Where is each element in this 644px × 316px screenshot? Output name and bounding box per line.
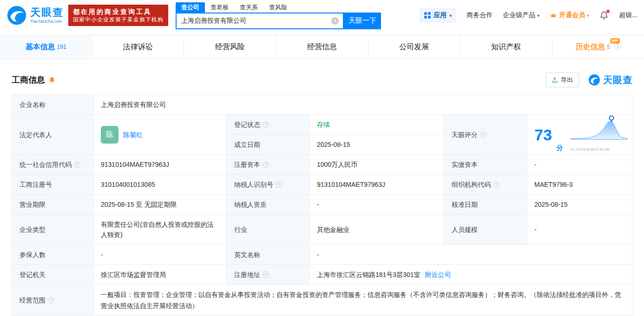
approval-date-label: 核准日期	[444, 195, 527, 215]
taxpayer-qualification-label: 纳税人资质	[227, 195, 309, 215]
logo-text: 天眼查 TianYanCha.com	[30, 7, 64, 24]
tianyancha-logo-icon	[7, 5, 27, 26]
score-curve-chart	[570, 114, 628, 141]
help-icon[interactable]: ?	[263, 271, 269, 278]
tab-count: 5	[607, 44, 611, 50]
tab-count: 191	[57, 44, 66, 50]
legal-rep-avatar[interactable]: 陈	[101, 126, 118, 144]
help-icon[interactable]: ?	[614, 44, 621, 50]
reg-status-value: 存续	[309, 115, 444, 135]
brand-watermark: 天眼查	[588, 74, 632, 86]
help-icon[interactable]: ?	[493, 181, 499, 188]
help-icon[interactable]: ?	[276, 181, 282, 188]
tab-basic-info[interactable]: 基本信息 191	[0, 35, 92, 59]
credit-code-value: 91310104MAET97963J	[93, 155, 227, 175]
user-menu[interactable]: 超级...	[619, 11, 637, 20]
tab-legal-proceedings[interactable]: 法律诉讼	[92, 35, 184, 59]
tab-company-development[interactable]: 公司发展	[368, 35, 460, 59]
paid-capital-label: 实缴资本	[444, 155, 527, 175]
reg-address-value: 上海市徐汇区云锦路181号3层301室 附近公司	[309, 265, 632, 285]
header-nav: 应用 ▾ 商务合作 企业级产品 ▾ 开通会员 ▾ 超级...	[420, 8, 637, 23]
tab-operating-info[interactable]: 经营信息	[276, 35, 368, 59]
score-label: 天眼评分 ?	[444, 115, 527, 155]
score-marker-pin	[610, 116, 614, 120]
notification-dot	[606, 10, 610, 13]
help-icon[interactable]: ?	[48, 297, 54, 303]
help-icon[interactable]: ?	[263, 121, 269, 128]
legal-rep-link[interactable]: 陈菊红	[123, 130, 143, 140]
search-tab-risk[interactable]: 查风险	[263, 2, 293, 13]
brand-name: 天眼查	[603, 74, 632, 86]
nearby-companies-link[interactable]: 附近公司	[425, 270, 451, 280]
tab-operating-risk[interactable]: 经营风险	[184, 35, 276, 59]
search-tab-boss[interactable]: 查老板	[205, 2, 234, 13]
org-code-value: MAET9796-3	[527, 175, 632, 195]
table-row: 统一社会信用代码 ? 91310104MAET97963J 注册资本 ? 100…	[12, 155, 632, 175]
tab-label: 历史信息	[576, 42, 605, 52]
nav-business-label: 商务合作	[467, 11, 493, 20]
subscribe-bell-icon[interactable]	[48, 76, 56, 84]
apps-menu[interactable]: 应用 ▾	[420, 8, 456, 23]
establish-date-value: 2025-08-15	[309, 135, 444, 155]
tab-intellectual-property[interactable]: 知识产权	[460, 35, 552, 59]
score-number: 73	[534, 127, 552, 143]
search-tabs: 查公司 查老板 查关系 查风险	[176, 2, 381, 13]
reg-capital-label: 注册资本 ?	[227, 155, 309, 175]
tab-label: 知识产权	[491, 42, 521, 52]
help-icon[interactable]: ?	[74, 161, 80, 168]
reg-status-label: 登记状态 ?	[227, 115, 309, 135]
top-header: 天眼查 TianYanCha.com 都在用的商业查询工具 国家中小企业发展子基…	[0, 0, 644, 31]
section-header-right: 导出 天眼查	[545, 72, 632, 87]
export-button[interactable]: 导出	[545, 72, 579, 87]
table-row: 企业类型 有限责任公司(非自然人投资或控股的法人独资) 行业 其他金融业 人员规…	[12, 215, 632, 245]
export-label: 导出	[561, 76, 573, 84]
search-button[interactable]: 天眼一下	[344, 13, 381, 29]
table-row: 法定代表人 陈 陈菊红 登记状态 ? 存续 成立日期 2025-08-15	[12, 115, 632, 155]
reg-authority-label: 登记机关	[12, 265, 93, 285]
tab-label: 公司发展	[399, 42, 429, 52]
search-input[interactable]	[177, 13, 343, 28]
chevron-down-icon: ▾	[537, 13, 539, 18]
tab-history-info[interactable]: VIP 历史信息 5 ?	[552, 35, 644, 59]
company-name-label: 企业名称	[12, 95, 93, 115]
score-axis: 0 1 3 5 15 50 85 97 99 100	[570, 145, 628, 155]
table-row: 营业期限 2025-08-15 至 无固定期限 纳税人资质 - 核准日期 202…	[12, 195, 632, 215]
legal-rep-value: 陈 陈菊红	[93, 115, 227, 155]
tab-label: 法律诉讼	[123, 42, 153, 52]
taxpayer-id-value: 91310104MAET97963J	[309, 175, 444, 195]
tab-label: 经营信息	[307, 42, 337, 52]
apps-label: 应用	[434, 11, 447, 20]
apps-grid-icon	[424, 12, 431, 19]
clear-search-icon[interactable]: ✕	[331, 17, 339, 25]
english-name-label: 英文名称	[227, 245, 309, 265]
search-box: ✕	[176, 13, 344, 29]
help-icon[interactable]: ?	[263, 161, 269, 168]
table-row: 企业名称 上海启善投资有限公司	[12, 95, 632, 115]
company-name-value: 上海启善投资有限公司	[93, 95, 632, 115]
search-tab-relation[interactable]: 查关系	[234, 2, 263, 13]
tab-label: 经营风险	[215, 42, 245, 52]
reg-address-label: 注册地址 ?	[227, 265, 309, 285]
table-subrow: 登记状态 ? 存续	[227, 115, 444, 135]
slogan-banner: 都在用的商业查询工具 国家中小企业发展子基金旗下机构	[68, 5, 168, 26]
score-chart[interactable]: 0 1 3 5 15 50 85 97 99 100	[570, 114, 628, 155]
search-tab-company[interactable]: 查公司	[176, 2, 205, 13]
nav-enterprise-label: 企业级产品	[503, 11, 535, 20]
site-logo[interactable]: 天眼查 TianYanCha.com	[7, 5, 64, 26]
main-content: 工商信息 导出 天眼查	[0, 72, 644, 316]
status-date-block: 登记状态 ? 存续 成立日期 2025-08-15	[227, 115, 444, 155]
taxpayer-qualification-value: -	[309, 195, 444, 215]
chevron-down-icon: ▾	[587, 13, 589, 18]
help-icon[interactable]: ?	[480, 132, 486, 138]
section-header: 工商信息 导出 天眼查	[12, 72, 632, 87]
business-term-value: 2025-08-15 至 无固定期限	[93, 195, 227, 215]
table-row: 参保人数 - 英文名称 -	[12, 245, 632, 265]
notifications-bell[interactable]	[599, 11, 609, 20]
nav-enterprise-products[interactable]: 企业级产品 ▾	[503, 11, 539, 20]
nav-vip-label: 开通会员	[559, 11, 585, 20]
insured-count-label: 参保人数	[12, 245, 93, 265]
nav-open-vip[interactable]: 开通会员 ▾	[550, 11, 589, 20]
section-title: 工商信息	[12, 74, 45, 86]
nav-business-cooperation[interactable]: 商务合作	[467, 11, 493, 20]
establish-date-label: 成立日期	[227, 135, 309, 155]
